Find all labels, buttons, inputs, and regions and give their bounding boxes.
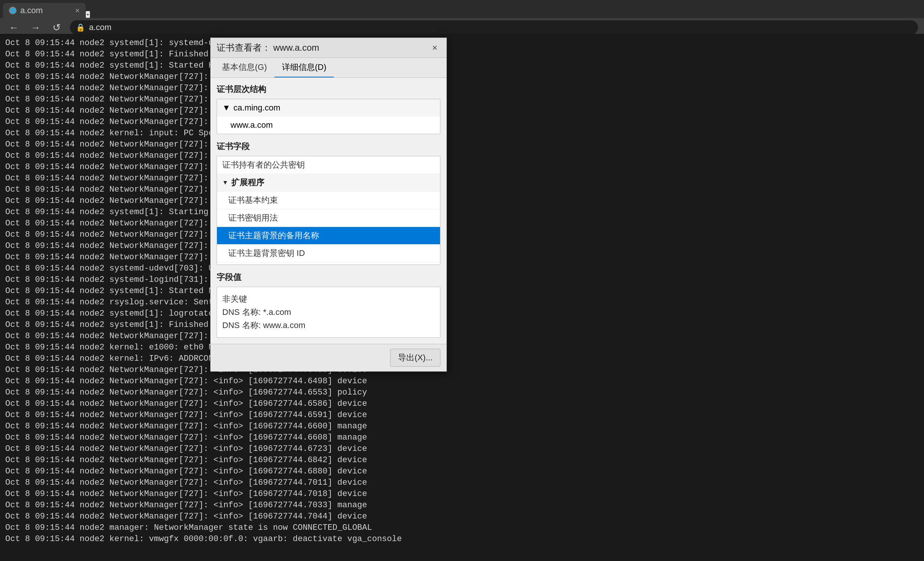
field-san-label: 证书主题背景的备用名称 <box>228 230 319 241</box>
expand-arrow-icon: ▼ <box>222 179 228 186</box>
terminal-line: Oct 8 09:15:44 node2 NetworkManager[727]… <box>5 477 919 488</box>
terminal-line: Oct 8 09:15:44 node2 systemd-logind[731]… <box>5 274 919 286</box>
browser-tab[interactable]: 🌐 a.com × <box>3 3 86 18</box>
terminal-line: Oct 8 09:15:44 node2 NetworkManager[727]… <box>5 398 919 410</box>
terminal-line: Oct 8 09:15:44 node2 NetworkManager[727]… <box>5 421 919 432</box>
tab-label: a.com <box>20 6 43 15</box>
terminal-line: Oct 8 09:15:44 node2 NetworkManager[727]… <box>5 105 919 116</box>
terminal-line: Oct 8 09:15:44 node2 manager: NetworkMan… <box>5 522 919 534</box>
tab-favicon: 🌐 <box>9 7 17 14</box>
terminal-line: Oct 8 09:15:44 node2 systemd[1]: Started… <box>5 60 919 71</box>
field-authority-key-id[interactable]: 证书授权中心密钥 ID <box>217 262 440 265</box>
field-basic-constraints-label: 证书基本约束 <box>228 195 278 206</box>
field-key-usage[interactable]: 证书密钥用法 <box>217 209 440 227</box>
terminal-line: Oct 8 09:15:44 node2 NetworkManager[727]… <box>5 511 919 522</box>
field-basic-constraints[interactable]: 证书基本约束 <box>217 192 440 209</box>
hierarchy-root-label: ca.ming.com <box>234 103 280 113</box>
terminal-line: Oct 8 09:15:44 node2 NetworkManager[727]… <box>5 218 919 229</box>
field-value-line3: DNS 名称: www.a.com <box>222 319 435 332</box>
cert-close-button[interactable]: × <box>429 42 440 54</box>
url-bar[interactable]: 🔒 a.com <box>70 20 918 35</box>
field-key-usage-label: 证书密钥用法 <box>228 212 278 224</box>
forward-button[interactable]: → <box>28 20 44 35</box>
field-extensions-group[interactable]: ▼ 扩展程序 <box>217 174 440 192</box>
terminal-line: Oct 8 09:15:44 node2 systemd[1]: Finishe… <box>5 49 919 60</box>
terminal-line: Oct 8 09:15:44 node2 systemd[1]: Started… <box>5 286 919 297</box>
terminal-line: Oct 8 09:15:44 node2 NetworkManager[727]… <box>5 455 919 466</box>
terminal-line: Oct 8 09:15:44 node2 kernel: vmwgfx 0000… <box>5 534 919 545</box>
terminal-line: Oct 8 09:15:44 node2 NetworkManager[727]… <box>5 150 919 162</box>
terminal-line: Oct 8 09:15:44 node2 NetworkManager[727]… <box>5 376 919 387</box>
field-value-content: 非关键 DNS 名称: *.a.com DNS 名称: www.a.com <box>217 287 440 338</box>
field-value-line1: 非关键 <box>222 292 435 305</box>
terminal-line: Oct 8 09:15:44 node2 NetworkManager[727]… <box>5 252 919 263</box>
terminal-line: Oct 8 09:15:44 node2 NetworkManager[727]… <box>5 331 919 342</box>
terminal-line: Oct 8 09:15:44 node2 NetworkManager[727]… <box>5 71 919 83</box>
cert-footer: 导出(X)... <box>211 344 446 371</box>
terminal-line: Oct 8 09:15:44 node2 NetworkManager[727]… <box>5 432 919 443</box>
terminal-line: Oct 8 09:15:44 node2 systemd[1]: systemd… <box>5 38 919 49</box>
tab-basic-info[interactable]: 基本信息(G) <box>214 58 274 77</box>
field-subject-key-id[interactable]: 证书主题背景密钥 ID <box>217 245 440 262</box>
terminal-line: Oct 8 09:15:44 node2 rsyslog.service: Se… <box>5 297 919 308</box>
terminal-area: Oct 8 09:15:44 node2 systemd[1]: systemd… <box>0 34 924 561</box>
hierarchy-root-arrow: ▼ <box>222 103 231 113</box>
terminal-line: Oct 8 09:15:44 node2 systemd-udevd[703]:… <box>5 263 919 274</box>
terminal-line: Oct 8 09:15:44 node2 NetworkManager[727]… <box>5 364 919 376</box>
terminal-line: Oct 8 09:15:44 node2 systemd[1]: logrota… <box>5 308 919 319</box>
terminal-line: Oct 8 09:15:44 node2 kernel: input: PC S… <box>5 128 919 139</box>
terminal-line: Oct 8 09:15:44 node2 NetworkManager[727]… <box>5 500 919 511</box>
url-text: a.com <box>89 23 112 32</box>
refresh-button[interactable]: ↺ <box>50 20 64 35</box>
back-button[interactable]: ← <box>6 20 22 35</box>
terminal-line: Oct 8 09:15:44 node2 NetworkManager[727]… <box>5 116 919 128</box>
terminal-line: Oct 8 09:15:44 node2 NetworkManager[727]… <box>5 466 919 477</box>
terminal-line: Oct 8 09:15:44 node2 NetworkManager[727]… <box>5 173 919 184</box>
terminal-line: Oct 8 09:15:44 node2 NetworkManager[727]… <box>5 443 919 455</box>
terminal-line: Oct 8 09:15:44 node2 systemd[1]: Startin… <box>5 207 919 218</box>
cert-body: 证书层次结构 ▼ ca.ming.com www.a.com 证书字段 证书持有… <box>211 78 446 344</box>
browser-chrome: 🌐 a.com × + ← → ↺ 🔒 a.com <box>0 0 924 34</box>
field-value-line2: DNS 名称: *.a.com <box>222 305 435 319</box>
terminal-line: Oct 8 09:15:44 node2 NetworkManager[727]… <box>5 488 919 500</box>
field-public-key[interactable]: 证书持有者的公共密钥 <box>217 156 440 174</box>
field-public-key-label: 证书持有者的公共密钥 <box>222 159 305 171</box>
terminal-line: Oct 8 09:15:44 node2 NetworkManager[727]… <box>5 240 919 252</box>
terminal-line: Oct 8 09:15:44 node2 kernel: IPv6: ADDRC… <box>5 353 919 364</box>
tab-bar: 🌐 a.com × + <box>0 0 924 18</box>
terminal-line: Oct 8 09:15:44 node2 NetworkManager[727]… <box>5 83 919 94</box>
field-subject-key-id-label: 证书主题背景密钥 ID <box>228 248 305 259</box>
hierarchy-section-title: 证书层次结构 <box>217 84 440 95</box>
field-extensions-label: 扩展程序 <box>231 177 264 188</box>
hierarchy-leaf-item[interactable]: www.a.com <box>217 116 440 134</box>
terminal-line: Oct 8 09:15:44 node2 kernel: e1000: eth0… <box>5 342 919 353</box>
terminal-line: Oct 8 09:15:44 node2 NetworkManager[727]… <box>5 410 919 421</box>
close-tab-icon[interactable]: × <box>75 6 80 15</box>
hierarchy-leaf-label: www.a.com <box>231 120 273 130</box>
cert-dialog: 证书查看者： www.a.com × 基本信息(G) 详细信息(D) 证书层次结… <box>210 38 447 372</box>
terminal-line: Oct 8 09:15:44 node2 NetworkManager[727]… <box>5 387 919 398</box>
terminal-line: Oct 8 09:15:44 node2 systemd[1]: Finishe… <box>5 319 919 331</box>
export-button[interactable]: 导出(X)... <box>390 349 440 367</box>
tab-detail-info[interactable]: 详细信息(D) <box>274 58 334 77</box>
cert-hierarchy: ▼ ca.ming.com www.a.com <box>217 99 440 134</box>
lock-icon: 🔒 <box>76 23 85 32</box>
cert-title: 证书查看者： www.a.com <box>217 42 319 54</box>
field-san[interactable]: 证书主题背景的备用名称 <box>217 227 440 245</box>
fields-section-title: 证书字段 <box>217 141 440 152</box>
terminal-line: Oct 8 09:15:44 node2 NetworkManager[727]… <box>5 229 919 240</box>
cert-titlebar: 证书查看者： www.a.com × <box>211 38 446 58</box>
terminal-line: Oct 8 09:15:44 node2 NetworkManager[727]… <box>5 195 919 207</box>
terminal-line: Oct 8 09:15:44 node2 NetworkManager[727]… <box>5 139 919 150</box>
terminal-line: Oct 8 09:15:44 node2 NetworkManager[727]… <box>5 162 919 173</box>
new-tab-button[interactable]: + <box>86 11 90 18</box>
hierarchy-root-item[interactable]: ▼ ca.ming.com <box>217 99 440 116</box>
terminal-line: Oct 8 09:15:44 node2 NetworkManager[727]… <box>5 94 919 105</box>
terminal-line: Oct 8 09:15:44 node2 NetworkManager[727]… <box>5 184 919 195</box>
cert-fields-container: 证书持有者的公共密钥 ▼ 扩展程序 证书基本约束 证书密钥用法 证书主题背景的备… <box>217 156 440 265</box>
cert-tabs: 基本信息(G) 详细信息(D) <box>211 58 446 78</box>
field-value-section-title: 字段值 <box>217 272 440 283</box>
